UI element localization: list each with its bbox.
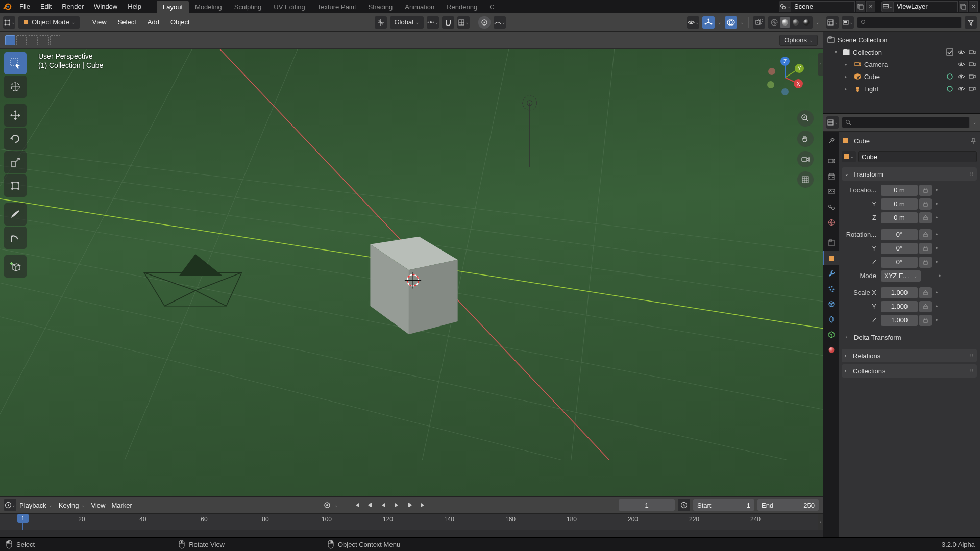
camera-view-icon[interactable] [797,151,814,167]
props-options-dropdown[interactable]: ⌄ [973,120,977,125]
scale-y-field[interactable]: 1.000 [881,301,918,312]
location-z-field[interactable]: 0 m [881,212,918,223]
keyframe-dot-icon[interactable]: • [933,257,940,268]
autokey-dropdown[interactable]: ⌄ [334,503,338,508]
eye-icon[interactable] [957,84,966,93]
zoom-icon[interactable] [797,110,814,127]
shading-wireframe-icon[interactable] [769,17,779,28]
nav-gizmo[interactable]: X Y Z [763,55,807,100]
datablock-icon[interactable]: ⌄ [842,151,856,162]
tool-annotate[interactable] [4,203,27,226]
outliner-tree[interactable]: Scene Collection ▼ Collection ▸Camera▸Cu… [823,32,980,113]
tab-modeling[interactable]: Modeling [189,1,228,13]
render-icon[interactable] [968,84,977,93]
keyframe-dot-icon[interactable]: • [933,198,940,210]
tab-texture-paint[interactable]: Texture Paint [311,1,362,13]
tool-cursor[interactable] [4,76,27,98]
collections-panel-header[interactable]: ›Collections⠿ [842,364,977,378]
delta-transform-header[interactable]: ›Delta Transform [843,331,976,344]
n-panel-toggle[interactable]: ‹ [818,53,823,76]
scale-x-field[interactable]: 1.000 [881,287,918,298]
properties-editor-icon[interactable]: ⌄ [826,116,839,129]
lock-icon[interactable] [919,287,932,298]
tool-add-cube[interactable] [4,255,27,278]
render-icon[interactable] [968,47,977,57]
ptab-collection-props-icon[interactable] [823,236,839,250]
relations-panel-header[interactable]: ›Relations⠿ [842,349,977,362]
gizmo-toggle-icon[interactable] [702,16,715,29]
overlays-dropdown[interactable]: ⌄ [740,20,744,25]
tab-layout[interactable]: Layout [157,1,189,13]
menu-help[interactable]: Help [122,1,146,12]
perspective-toggle-icon[interactable] [797,171,814,188]
drag-handle-icon[interactable]: ⠿ [970,171,974,177]
tool-rotate[interactable] [4,128,27,150]
playhead[interactable]: 1 [22,514,23,530]
tool-move[interactable] [4,104,27,127]
drag-handle-icon[interactable]: ⠿ [970,368,974,374]
tool-scale[interactable] [4,151,27,173]
transform-panel-header[interactable]: ⌄Transform⠿ [842,167,977,181]
ptab-data-icon[interactable] [823,328,839,342]
disclosure-triangle-icon[interactable]: ▼ [834,49,840,55]
outliner-editor-icon[interactable]: ⌄ [826,16,839,29]
playback-menu[interactable]: Playback⌄ [19,502,53,509]
proportional-edit-icon[interactable] [478,16,491,29]
tab-rendering[interactable]: Rendering [440,1,483,13]
menu-file[interactable]: File [14,1,35,12]
tree-collection[interactable]: ▼ Collection [823,46,980,58]
timeline-editor-icon[interactable]: ⌄ [4,499,16,511]
keyframe-dot-icon[interactable]: • [933,185,940,196]
snap-icon[interactable] [442,16,454,29]
select-menu[interactable]: Select [114,16,140,29]
tree-item-light[interactable]: ▸Light [823,83,980,95]
current-frame-field[interactable]: 1 [619,499,675,511]
end-frame-field[interactable]: End250 [757,499,819,511]
disclosure-triangle-icon[interactable]: ▸ [845,86,851,91]
blender-logo-icon[interactable] [0,2,14,11]
ptab-particles-icon[interactable] [823,282,839,296]
3d-viewport[interactable]: ‹ User Perspective (1) Collection | Cube [0,49,823,496]
pivot-icon[interactable]: ⌄ [427,16,439,29]
tab-more[interactable]: C [483,1,500,13]
overlays-toggle-icon[interactable] [725,16,737,29]
light-object[interactable] [523,96,537,167]
select-mode-invert-icon[interactable] [39,35,49,45]
ptab-world-icon[interactable] [823,215,839,230]
lock-icon[interactable] [919,301,932,312]
options-button[interactable]: Options⌄ [779,35,818,46]
rotation-y-field[interactable]: 0° [881,243,918,254]
object-menu[interactable]: Object [166,16,194,29]
orientation-dropdown[interactable]: Global⌄ [390,16,424,29]
tab-shading[interactable]: Shading [362,1,399,13]
object-name-input[interactable] [858,151,977,162]
properties-search[interactable] [842,117,970,128]
shading-solid-icon[interactable] [780,17,790,28]
ptab-physics-icon[interactable] [823,297,839,311]
prev-keyframe-icon[interactable] [364,499,376,511]
preview-range-icon[interactable] [678,499,690,511]
keyframe-dot-icon[interactable]: • [933,287,940,298]
disclosure-triangle-icon[interactable]: ▸ [845,74,851,79]
scene-name-input[interactable] [791,1,855,12]
menu-render[interactable]: Render [57,1,89,12]
ptab-tool-icon[interactable] [823,134,839,148]
snap-type-icon[interactable]: ⌄ [457,16,470,29]
gizmo-dropdown[interactable]: ⌄ [718,20,722,25]
render-icon[interactable] [968,72,977,81]
pan-icon[interactable] [797,131,814,147]
timeline-sidebar-toggle[interactable]: ‹ [818,514,823,530]
tool-select-box[interactable] [4,52,27,74]
play-icon[interactable] [390,499,403,511]
marker-menu[interactable]: Marker [111,502,132,509]
timeline-view-menu[interactable]: View [91,502,106,509]
timeline-scrollbar[interactable] [0,530,823,537]
orientation-icon[interactable] [375,16,387,29]
jump-end-icon[interactable] [417,499,429,511]
keyframe-dot-icon[interactable]: • [933,212,940,223]
ptab-object-icon[interactable] [823,251,839,265]
tree-scene-collection[interactable]: Scene Collection [823,34,980,46]
menu-edit[interactable]: Edit [35,1,57,12]
timeline-track[interactable]: 20406080100120140160180200220240 1 ‹ [0,513,823,530]
rotation-mode-dropdown[interactable]: XYZ E...⌄ [881,270,921,282]
